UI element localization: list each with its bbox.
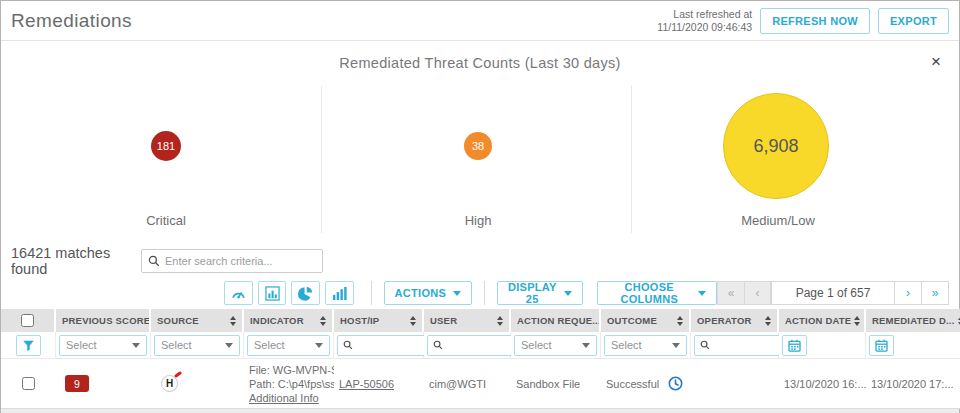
- host-ip-link[interactable]: LAP-50506: [339, 378, 394, 390]
- table-filter-row: Select Select Select × × Select Select ×: [1, 332, 959, 359]
- medium-low-count-bubble: 6,908: [723, 93, 829, 199]
- search-icon: [343, 340, 353, 350]
- choose-columns-dropdown[interactable]: CHOOSE COLUMNS: [597, 281, 718, 305]
- panel-divider: [321, 86, 322, 233]
- indicator-filter-select[interactable]: Select: [247, 335, 330, 356]
- search-box: [141, 249, 323, 273]
- action-requested-filter-select[interactable]: Select: [514, 335, 597, 356]
- threat-counts-panel: Remediated Threat Counts (Last 30 days) …: [1, 41, 959, 241]
- select-all-cell: [1, 309, 56, 332]
- panel-title: Remediated Threat Counts (Last 30 days): [1, 55, 959, 71]
- last-refreshed-text: Last refreshed at 11/11/2020 09:46:43: [657, 8, 752, 34]
- column-chart-button[interactable]: [325, 281, 354, 305]
- panel-divider: [631, 86, 632, 233]
- filter-button[interactable]: [16, 335, 41, 356]
- action-date-calendar-button[interactable]: [782, 335, 807, 356]
- column-header-source[interactable]: SOURCE: [151, 309, 244, 332]
- pie-chart-icon: [298, 286, 313, 301]
- high-label: High: [465, 213, 492, 228]
- last-page-button[interactable]: »: [922, 281, 949, 305]
- search-icon: [433, 340, 443, 350]
- toolbar: ACTIONS DISPLAY 25 CHOOSE COLUMNS « ‹ Pa…: [1, 281, 959, 309]
- row-checkbox[interactable]: [22, 377, 35, 390]
- sort-icon: [320, 316, 326, 326]
- toolbar-divider: [371, 281, 372, 305]
- display-count-dropdown[interactable]: DISPLAY 25: [497, 281, 583, 305]
- column-header-previous-score[interactable]: PREVIOUS SCORE: [56, 309, 151, 332]
- table-header-row: PREVIOUS SCORE SOURCE INDICATOR HOST/IP …: [1, 309, 959, 332]
- outcome-cell: Successful: [606, 376, 683, 391]
- column-header-action-date[interactable]: ACTION DATE: [779, 309, 866, 332]
- actions-dropdown[interactable]: ACTIONS: [384, 281, 473, 305]
- search-icon: [148, 255, 160, 267]
- previous-score-badge: 9: [65, 375, 89, 392]
- toolbar-divider: [484, 281, 485, 305]
- logo-swoosh: [174, 371, 182, 378]
- additional-info-link[interactable]: Additional Info: [249, 391, 334, 405]
- user-cell: cim@WGTI: [429, 378, 486, 390]
- prev-page-button[interactable]: ‹: [744, 281, 771, 305]
- gauge-icon: [231, 286, 246, 301]
- remediated-date-calendar-button[interactable]: [869, 335, 894, 356]
- column-header-indicator[interactable]: INDICATOR: [244, 309, 334, 332]
- funnel-icon: [22, 339, 35, 352]
- first-page-button[interactable]: «: [717, 281, 744, 305]
- bar-chart-icon: [265, 286, 280, 301]
- remediations-page: Remediations Last refreshed at 11/11/202…: [0, 0, 960, 413]
- calendar-icon: [875, 339, 888, 352]
- bar-chart-button[interactable]: [258, 281, 287, 305]
- medium-low-label: Medium/Low: [741, 213, 815, 228]
- critical-count-bubble: 181: [151, 131, 181, 161]
- column-header-outcome[interactable]: OUTCOME: [601, 309, 691, 332]
- refresh-now-button[interactable]: REFRESH NOW: [760, 8, 870, 34]
- column-header-action-requested[interactable]: ACTION REQUE...: [511, 309, 601, 332]
- indicator-path: Path: C:\p4\fps\sslv: [249, 377, 334, 391]
- page-indicator: Page 1 of 657: [771, 281, 895, 305]
- indicator-file: File: WG-MVPN-SSL.: [249, 363, 334, 377]
- footer-strip: [1, 409, 959, 413]
- search-icon: [700, 340, 710, 350]
- page-title: Remediations: [11, 10, 132, 32]
- sort-icon: [497, 316, 503, 326]
- search-input[interactable]: [165, 255, 316, 267]
- pagination: « ‹ Page 1 of 657 › »: [717, 281, 949, 305]
- table-row: 9 H File: WG-MVPN-SSL. Path: C:\p4\fps\s…: [1, 359, 959, 409]
- column-header-operator[interactable]: OPERATOR: [691, 309, 779, 332]
- gauge-chart-button[interactable]: [224, 281, 253, 305]
- sort-icon: [230, 316, 236, 326]
- page-header: Remediations Last refreshed at 11/11/202…: [1, 1, 959, 41]
- previous-score-filter-select[interactable]: Select: [59, 335, 147, 356]
- column-header-user[interactable]: USER: [424, 309, 511, 332]
- action-date-cell: 13/10/2020 16:...: [784, 378, 866, 390]
- matches-count: 16421 matches found: [11, 245, 141, 277]
- column-chart-icon: [332, 286, 347, 301]
- sort-icon: [854, 316, 860, 326]
- action-requested-cell: Sandbox File: [516, 378, 580, 390]
- critical-label: Critical: [146, 213, 186, 228]
- close-icon[interactable]: ×: [931, 53, 941, 70]
- high-count-bubble: 38: [464, 132, 492, 160]
- source-h-logo-icon: H: [161, 375, 178, 392]
- sort-icon: [765, 316, 771, 326]
- sort-icon: [410, 316, 416, 326]
- source-filter-select[interactable]: Select: [154, 335, 240, 356]
- results-bar: 16421 matches found: [1, 241, 959, 281]
- calendar-icon: [788, 339, 801, 352]
- clock-icon: [668, 376, 683, 391]
- next-page-button[interactable]: ›: [895, 281, 922, 305]
- pie-chart-button[interactable]: [291, 281, 320, 305]
- outcome-filter-select[interactable]: Select: [604, 335, 687, 356]
- export-button[interactable]: EXPORT: [878, 8, 949, 34]
- remediated-date-cell: 13/10/2020 17:...: [871, 378, 954, 390]
- column-header-host-ip[interactable]: HOST/IP: [334, 309, 424, 332]
- indicator-cell: File: WG-MVPN-SSL. Path: C:\p4\fps\sslv …: [249, 363, 334, 405]
- column-header-remediated-date[interactable]: REMEDIATED D...: [866, 309, 960, 332]
- sort-icon: [677, 316, 683, 326]
- select-all-checkbox[interactable]: [21, 314, 34, 327]
